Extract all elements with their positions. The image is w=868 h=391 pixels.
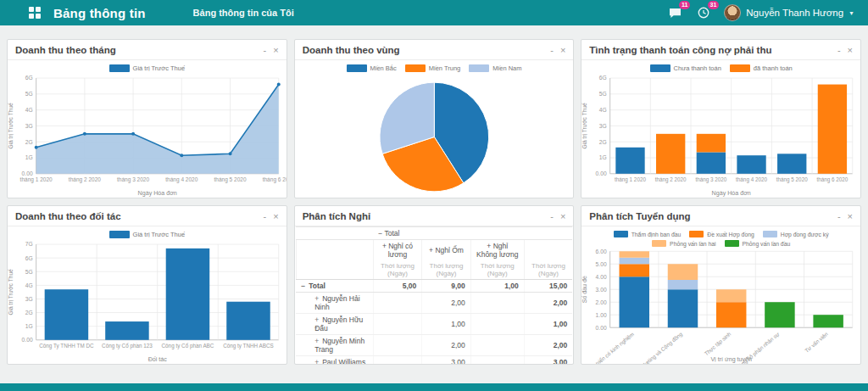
legend-item[interactable]: Phỏng vấn lần đầu (725, 240, 791, 247)
svg-text:5.00: 5.00 (596, 261, 607, 267)
svg-text:6G: 6G (25, 75, 33, 81)
close-icon[interactable]: × (848, 212, 853, 221)
bar-segment[interactable] (777, 154, 806, 173)
legend-item[interactable]: Miền Bắc (347, 64, 397, 72)
legend-item[interactable]: Chưa thanh toán (650, 64, 721, 72)
minimize-icon[interactable]: - (264, 46, 267, 55)
panel-phan-tich-nghi: Phân tích Nghỉ - × − Total+ Nghỉ có lươn… (294, 205, 575, 365)
minimize-icon[interactable]: - (550, 212, 554, 221)
svg-text:2G: 2G (599, 139, 607, 145)
bar-segment[interactable] (716, 289, 746, 302)
bar-segment[interactable] (814, 315, 843, 327)
svg-text:Số đầu đề: Số đầu đề (581, 276, 587, 303)
svg-text:6G: 6G (25, 255, 33, 261)
minimize-icon[interactable]: - (837, 212, 841, 221)
svg-text:0.00: 0.00 (596, 170, 607, 176)
bar-segment[interactable] (616, 148, 645, 174)
bar-segment[interactable] (697, 152, 726, 173)
legend-item[interactable]: Thẩm định ban đầu (614, 231, 682, 237)
close-icon[interactable]: × (273, 212, 278, 221)
bar-segment[interactable] (105, 321, 148, 340)
activities-badge: 31 (708, 1, 720, 9)
svg-text:1G: 1G (25, 323, 33, 329)
svg-text:4G: 4G (599, 107, 607, 113)
pivot-measure-header: Thời lượng (Ngày) (422, 260, 471, 280)
messages-badge: 11 (679, 1, 690, 9)
bar-segment[interactable] (620, 276, 649, 327)
bar-segment[interactable] (668, 264, 698, 280)
pivot-col-header[interactable]: + Nghỉ có lương (373, 240, 422, 261)
pivot-col-header[interactable]: + Nghỉ Không lương (470, 240, 524, 261)
close-icon[interactable]: × (848, 46, 853, 55)
bar-segment[interactable] (226, 302, 270, 340)
messages-button[interactable]: 11 (666, 5, 683, 20)
pivot-row-label[interactable]: +Nguyễn Hải Ninh (296, 293, 373, 314)
stacked-bar-chart-payment-status[interactable]: 0.001G2G3G4G5G6GNgày Hóa đơnGiá trị Trướ… (581, 73, 860, 198)
bar-segment[interactable] (818, 85, 847, 174)
minimize-icon[interactable]: - (550, 46, 554, 55)
pivot-col-group-total[interactable]: − Total (373, 227, 572, 240)
pivot-row-label[interactable]: +Nguyễn Minh Trang (296, 335, 373, 356)
bar-segment[interactable] (656, 134, 685, 174)
svg-text:Ngày Hóa đơn: Ngày Hóa đơn (138, 190, 177, 197)
leave-analysis-pivot-table: − Total+ Nghỉ có lương+ Nghỉ Ốm+ Nghỉ Kh… (296, 226, 573, 364)
legend-label: Miền Bắc (370, 64, 397, 72)
bar-segment[interactable] (166, 249, 209, 340)
legend-swatch (109, 64, 130, 72)
bar-segment[interactable] (45, 289, 88, 340)
pivot-corner-cell (296, 227, 373, 240)
bar-segment[interactable] (668, 280, 698, 289)
svg-text:Giá trị Trước Thuế: Giá trị Trước Thuế (8, 103, 14, 149)
user-menu[interactable]: Nguyễn Thanh Hương ▼ (724, 4, 854, 21)
legend-item[interactable]: Miền Trung (405, 64, 461, 72)
legend-swatch (763, 231, 777, 237)
legend-item[interactable]: đã thanh toán (730, 64, 793, 72)
legend-swatch (650, 64, 670, 72)
legend-item[interactable]: Giá trị Trước Thuế (109, 64, 185, 72)
close-icon[interactable]: × (273, 46, 278, 55)
stacked-bar-chart-recruitment[interactable]: 0.001.002.003.004.005.006.00Vị trí ứng t… (581, 248, 860, 364)
bar-segment[interactable] (716, 302, 746, 327)
svg-text:tháng 4 2020: tháng 4 2020 (736, 176, 767, 183)
legend-label: đã thanh toán (754, 64, 793, 72)
legend-item[interactable]: Giá trị Trước Thuế (109, 231, 185, 238)
svg-text:tháng 4 2020: tháng 4 2020 (165, 176, 198, 183)
pivot-total-value: 9,00 (422, 280, 471, 293)
bottom-bar (0, 383, 868, 391)
close-icon[interactable]: × (560, 46, 565, 55)
minimize-icon[interactable]: - (837, 46, 841, 55)
svg-text:4G: 4G (25, 282, 33, 288)
bar-segment[interactable] (697, 134, 726, 153)
legend-item[interactable]: Hợp đồng được ký (763, 231, 829, 237)
apps-menu-icon[interactable] (29, 7, 42, 20)
bar-segment[interactable] (737, 155, 766, 174)
legend-label: Phỏng vấn lần hai (670, 241, 715, 247)
pivot-row-label[interactable]: +Nguyễn Hữu Đấu (296, 314, 373, 335)
svg-text:5G: 5G (599, 91, 607, 97)
pie-chart-region-revenue[interactable] (295, 73, 574, 198)
pivot-col-header[interactable]: + Nghỉ Ốm (422, 240, 471, 261)
pivot-cell-value: 2,00 (422, 293, 471, 314)
bar-segment[interactable] (620, 264, 649, 276)
pivot-row-total-label[interactable]: −Total (296, 280, 373, 293)
svg-text:Công ty Cổ phần ABC: Công ty Cổ phần ABC (162, 342, 214, 349)
breadcrumb[interactable]: Bảng thông tin của Tôi (193, 8, 294, 18)
bar-segment[interactable] (620, 251, 649, 257)
legend-label: Phỏng vấn lần đầu (743, 241, 791, 247)
pivot-total-value: 5,00 (373, 280, 422, 293)
area-chart-monthly-revenue[interactable]: 0.001G2G3G4G5G6GNgày Hóa đơnGiá trị Trướ… (8, 73, 287, 198)
minimize-icon[interactable]: - (264, 212, 267, 221)
bar-segment[interactable] (620, 258, 649, 264)
legend-item[interactable]: Đề xuất Hợp đồng (689, 231, 754, 237)
close-icon[interactable]: × (560, 212, 565, 221)
pivot-row-label[interactable]: +Paul Williams (296, 356, 373, 365)
bar-chart-partner-revenue[interactable]: 0.001G2G3G4G5G6G7GĐối tácGiá trị Trước T… (8, 239, 287, 364)
bar-segment[interactable] (668, 289, 698, 327)
legend-item[interactable]: Miền Nam (469, 64, 521, 72)
bar-segment[interactable] (765, 302, 795, 327)
legend-item[interactable]: Phỏng vấn lần hai (652, 240, 715, 247)
chart-legend: Miền BắcMiền TrungMiền Nam (295, 60, 574, 73)
activities-button[interactable]: 31 (695, 5, 712, 20)
svg-text:Công Ty TNHH TM DC: Công Ty TNHH TM DC (39, 343, 94, 349)
legend-swatch (614, 231, 628, 237)
